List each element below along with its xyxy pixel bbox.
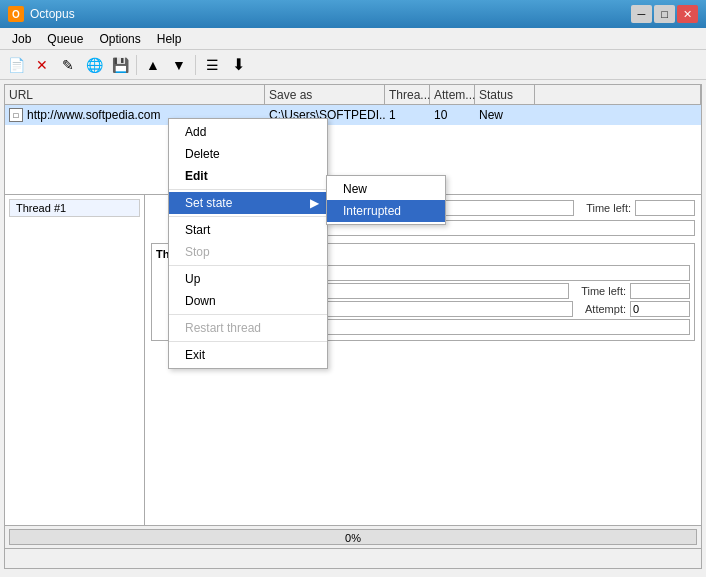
time-left2-group: Time left: — [581, 283, 690, 299]
toolbar-save-button[interactable]: 💾 — [108, 53, 132, 77]
ctx-sep-2 — [169, 216, 327, 217]
attempt-field[interactable]: 0 — [630, 301, 690, 317]
time-left2-label: Time left: — [581, 285, 626, 297]
title-bar: O Octopus ─ □ ✕ — [0, 0, 706, 28]
main-window: URL Save as Threa... Attem... Status □ h… — [4, 84, 702, 569]
col-header-saveas: Save as — [265, 85, 385, 104]
ctx-down[interactable]: Down — [169, 290, 327, 312]
cell-attempts: 10 — [430, 105, 475, 125]
time-left-label: Time left: — [586, 202, 631, 214]
col-header-extra — [535, 85, 701, 104]
cell-threads: 1 — [385, 105, 430, 125]
submenu-arrow-icon: ▶ — [310, 196, 319, 210]
col-header-attempts: Attem... — [430, 85, 475, 104]
progress-text: 0% — [10, 530, 696, 546]
cell-status: New — [475, 105, 535, 125]
toolbar-new-button[interactable]: 📄 — [4, 53, 28, 77]
title-bar-text: Octopus — [30, 7, 631, 21]
app-icon: O — [8, 6, 24, 22]
ctx-sep-4 — [169, 314, 327, 315]
submenu: New Interrupted — [326, 175, 446, 225]
menu-options[interactable]: Options — [91, 28, 148, 49]
time-left-field[interactable] — [635, 200, 695, 216]
bottom-area: Thread #1 Time: Time left: Restart: Thre… — [5, 195, 701, 525]
menu-bar: Job Queue Options Help — [0, 28, 706, 50]
ctx-start[interactable]: Start — [169, 219, 327, 241]
progress-bar-outer: 0% — [9, 529, 697, 545]
time-left2-field[interactable] — [630, 283, 690, 299]
toolbar-down-button[interactable]: ▼ — [167, 53, 191, 77]
toolbar-up-button[interactable]: ▲ — [141, 53, 165, 77]
ctx-sep-3 — [169, 265, 327, 266]
col-header-url: URL — [5, 85, 265, 104]
attempt-label: Attempt: — [585, 303, 626, 315]
menu-queue[interactable]: Queue — [39, 28, 91, 49]
menu-job[interactable]: Job — [4, 28, 39, 49]
toolbar: 📄 ✕ ✎ 🌐 💾 ▲ ▼ ☰ ⬇ — [0, 50, 706, 80]
toolbar-download-button[interactable]: ⬇ — [226, 53, 250, 77]
status-bar — [5, 548, 701, 568]
maximize-button[interactable]: □ — [654, 5, 675, 23]
submenu-interrupted[interactable]: Interrupted — [327, 200, 445, 222]
col-header-threads: Threa... — [385, 85, 430, 104]
ctx-add[interactable]: Add — [169, 121, 327, 143]
table-header: URL Save as Threa... Attem... Status — [5, 85, 701, 105]
ctx-set-state[interactable]: Set state ▶ — [169, 192, 327, 214]
toolbar-separator-1 — [136, 55, 137, 75]
col-header-status: Status — [475, 85, 535, 104]
toolbar-list-button[interactable]: ☰ — [200, 53, 224, 77]
time-left-group: Time left: — [586, 200, 695, 216]
ctx-delete[interactable]: Delete — [169, 143, 327, 165]
minimize-button[interactable]: ─ — [631, 5, 652, 23]
close-button[interactable]: ✕ — [677, 5, 698, 23]
ctx-edit[interactable]: Edit — [169, 165, 327, 187]
progress-area: 0% — [5, 525, 701, 548]
ctx-sep-5 — [169, 341, 327, 342]
submenu-new[interactable]: New — [327, 178, 445, 200]
toolbar-globe-button[interactable]: 🌐 — [82, 53, 106, 77]
ctx-up[interactable]: Up — [169, 268, 327, 290]
table-row[interactable]: □ http://www.softpedia.com C:\Users\SOFT… — [5, 105, 701, 125]
toolbar-delete-button[interactable]: ✕ — [30, 53, 54, 77]
attempt-group: Attempt: 0 — [585, 301, 690, 317]
thread-item[interactable]: Thread #1 — [9, 199, 140, 217]
menu-help[interactable]: Help — [149, 28, 190, 49]
ctx-exit[interactable]: Exit — [169, 344, 327, 366]
context-menu: Add Delete Edit Set state ▶ Start Stop U… — [168, 118, 328, 369]
toolbar-edit-button[interactable]: ✎ — [56, 53, 80, 77]
title-bar-buttons: ─ □ ✕ — [631, 5, 698, 23]
ctx-restart-thread: Restart thread — [169, 317, 327, 339]
ctx-stop: Stop — [169, 241, 327, 263]
file-icon: □ — [9, 108, 23, 122]
ctx-sep-1 — [169, 189, 327, 190]
thread-list-panel: Thread #1 — [5, 195, 145, 525]
toolbar-separator-2 — [195, 55, 196, 75]
